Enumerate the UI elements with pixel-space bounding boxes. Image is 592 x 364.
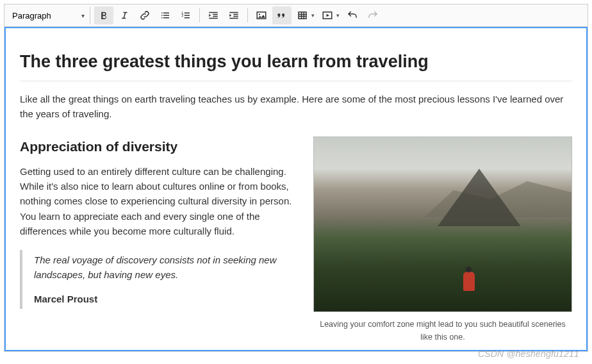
outdent-button[interactable] (204, 6, 223, 24)
bullet-list-button[interactable] (156, 6, 175, 24)
intro-paragraph[interactable]: Like all the great things on earth trave… (20, 92, 572, 122)
italic-button[interactable] (115, 6, 134, 24)
left-column: Appreciation of diversity Getting used t… (20, 136, 295, 343)
quote-author[interactable]: Marcel Proust (34, 292, 295, 306)
numbered-list-button[interactable]: 12 (176, 6, 195, 24)
heading-dropdown[interactable]: Paragraph ▾ (7, 6, 90, 24)
toolbar: Paragraph ▾ 12 ▾ ▾ (4, 4, 588, 27)
bold-button[interactable] (94, 6, 113, 24)
hiker-shape (463, 272, 475, 291)
separator (199, 8, 200, 22)
editor-content[interactable]: The three greatest things you learn from… (4, 27, 588, 351)
link-button[interactable] (135, 6, 154, 24)
indent-button[interactable] (224, 6, 243, 24)
watermark: CSDN @heshengfu1211 (478, 349, 579, 359)
undo-button[interactable] (343, 6, 362, 24)
table-dropdown-icon[interactable]: ▾ (311, 12, 315, 19)
figure[interactable]: Leaving your comfort zone might lead to … (313, 136, 572, 343)
section-body[interactable]: Getting used to an entirely different cu… (20, 164, 295, 238)
quote-text[interactable]: The real voyage of discovery consists no… (34, 252, 295, 283)
blockquote-button[interactable] (272, 6, 292, 24)
svg-rect-4 (299, 12, 306, 19)
image-button[interactable] (252, 6, 271, 24)
right-column: Leaving your comfort zone might lead to … (313, 136, 572, 343)
document-title[interactable]: The three greatest things you learn from… (20, 49, 572, 81)
two-column-layout: Appreciation of diversity Getting used t… (20, 136, 572, 343)
section-heading[interactable]: Appreciation of diversity (20, 136, 295, 158)
editor-container: Paragraph ▾ 12 ▾ ▾ The three greatest th… (4, 4, 588, 352)
chevron-down-icon: ▾ (81, 12, 85, 19)
landscape-image[interactable] (313, 136, 572, 312)
table-button[interactable] (293, 6, 312, 24)
heading-label: Paragraph (12, 11, 51, 21)
image-caption[interactable]: Leaving your comfort zone might lead to … (313, 318, 572, 343)
svg-point-3 (259, 13, 260, 15)
media-button[interactable] (318, 6, 337, 24)
redo-button[interactable] (363, 6, 382, 24)
svg-text:2: 2 (181, 13, 183, 17)
blockquote[interactable]: The real voyage of discovery consists no… (20, 250, 295, 309)
media-dropdown-icon[interactable]: ▾ (336, 12, 340, 19)
separator (247, 8, 248, 22)
